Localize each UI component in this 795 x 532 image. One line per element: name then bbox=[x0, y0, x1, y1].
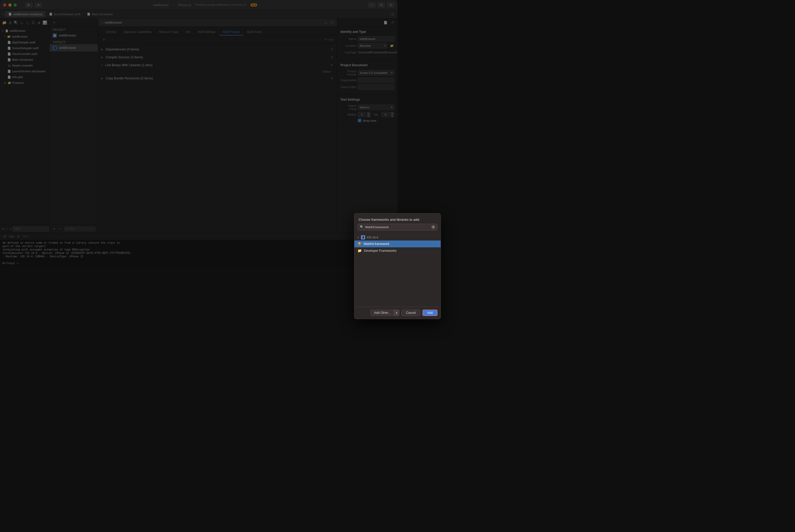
framework-modal: Choose frameworks and libraries to add: … bbox=[354, 213, 398, 266]
devframeworks-label: Developer Frameworks bbox=[364, 249, 396, 252]
ios-version-label: iOS 14.4 bbox=[367, 236, 378, 239]
search-icon: 🔍 bbox=[360, 225, 364, 229]
framework-search-input[interactable] bbox=[365, 226, 398, 229]
list-item-devframeworks[interactable]: 📁 Developer Frameworks bbox=[354, 247, 398, 254]
ios-icon: 📱 bbox=[361, 235, 365, 240]
modal-search-area: 🔍 ✕ bbox=[354, 224, 398, 233]
devframeworks-folder-icon: 📁 bbox=[358, 249, 362, 252]
webkit-label: WebKit.framework bbox=[364, 242, 389, 246]
search-field: 🔍 ✕ bbox=[358, 224, 398, 230]
ios-chevron-icon: ▾ bbox=[358, 236, 359, 239]
webkit-folder-icon: 📦 bbox=[358, 242, 361, 246]
modal-overlay: Choose frameworks and libraries to add: … bbox=[0, 0, 398, 266]
modal-list: ▾ 📱 iOS 14.4 📦 WebKit.framework 📁 Develo… bbox=[354, 233, 398, 266]
ios-group-header: ▾ 📱 iOS 14.4 bbox=[354, 234, 398, 241]
list-item-webkit[interactable]: 📦 WebKit.framework bbox=[354, 241, 398, 247]
modal-title: Choose frameworks and libraries to add: bbox=[354, 213, 398, 224]
